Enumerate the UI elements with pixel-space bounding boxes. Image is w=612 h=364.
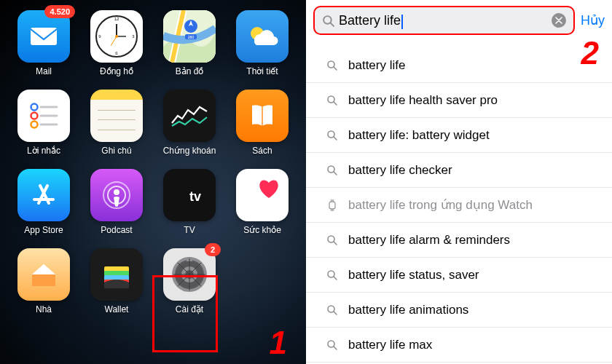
search-icon bbox=[326, 60, 338, 71]
app-label: Thời tiết bbox=[246, 66, 278, 76]
app-label: Đồng hồ bbox=[100, 66, 133, 76]
health-icon bbox=[236, 169, 289, 221]
weather-icon bbox=[236, 10, 289, 63]
tv-icon: tv bbox=[163, 169, 216, 221]
appstore-icon bbox=[17, 169, 70, 221]
home-icon bbox=[17, 248, 70, 301]
search-field[interactable] bbox=[313, 6, 575, 35]
close-icon bbox=[555, 17, 562, 24]
app-books[interactable]: Sách bbox=[230, 90, 295, 156]
suggestion-text: battery life max bbox=[348, 338, 432, 352]
maps-icon: 280 bbox=[163, 10, 216, 63]
app-label: Sách bbox=[252, 146, 272, 156]
svg-point-16 bbox=[31, 113, 38, 119]
search-icon bbox=[326, 304, 338, 316]
badge-settings: 2 bbox=[205, 243, 221, 256]
home-screen: 4.520 Mail 12369 Đồng hồ 280 Bản đồ Thời… bbox=[0, 0, 306, 364]
search-icon bbox=[326, 339, 338, 351]
svg-text:12: 12 bbox=[114, 17, 119, 21]
suggestion-row[interactable]: battery life trong ứng dụng Watch bbox=[306, 188, 612, 223]
suggestions-list: battery lifebattery life health saver pr… bbox=[306, 41, 612, 363]
search-icon bbox=[326, 234, 338, 246]
suggestion-text: battery life checker bbox=[348, 163, 452, 178]
app-weather[interactable]: Thời tiết bbox=[230, 10, 295, 76]
text-cursor bbox=[401, 15, 403, 29]
search-icon bbox=[326, 165, 338, 176]
svg-point-27 bbox=[114, 189, 119, 195]
cancel-button[interactable]: Hủy bbox=[579, 12, 606, 28]
svg-point-9 bbox=[115, 35, 118, 38]
app-label: Cài đặt bbox=[176, 304, 203, 314]
app-label: Wallet bbox=[105, 304, 129, 314]
svg-line-61 bbox=[334, 312, 337, 314]
search-icon bbox=[326, 269, 338, 281]
search-bar-row: Hủy bbox=[306, 6, 612, 41]
app-clock[interactable]: 12369 Đồng hồ bbox=[84, 10, 149, 76]
suggestion-row[interactable]: battery life health saver pro bbox=[306, 83, 612, 118]
svg-line-46 bbox=[334, 67, 337, 70]
svg-point-15 bbox=[31, 104, 38, 111]
suggestion-row[interactable]: battery life max bbox=[306, 328, 612, 363]
search-icon bbox=[326, 95, 338, 106]
svg-line-44 bbox=[331, 23, 334, 25]
badge-mail: 4.520 bbox=[44, 5, 75, 18]
app-wallet[interactable]: Wallet bbox=[84, 248, 149, 314]
svg-rect-0 bbox=[31, 28, 57, 45]
svg-text:280: 280 bbox=[188, 35, 195, 39]
suggestion-text: battery life trong ứng dụng Watch bbox=[348, 197, 533, 213]
wallet-icon bbox=[90, 248, 143, 301]
app-settings[interactable]: 2 Cài đặt bbox=[157, 248, 222, 314]
settings-icon: 2 bbox=[163, 248, 216, 301]
app-health[interactable]: Sức khỏe bbox=[230, 169, 295, 235]
app-label: Bản đồ bbox=[176, 66, 204, 76]
suggestion-row[interactable]: battery life animations bbox=[306, 293, 612, 328]
app-notes[interactable]: Ghi chú bbox=[84, 90, 149, 156]
suggestion-row[interactable]: battery life: battery widget bbox=[306, 118, 612, 153]
svg-rect-29 bbox=[32, 274, 55, 286]
suggestion-row[interactable]: battery life status, saver bbox=[306, 258, 612, 293]
app-label: Ghi chú bbox=[101, 146, 131, 156]
suggestion-row[interactable]: battery life bbox=[306, 48, 612, 83]
app-podcast[interactable]: Podcast bbox=[84, 169, 149, 235]
app-home[interactable]: Nhà bbox=[11, 248, 76, 314]
svg-rect-54 bbox=[331, 199, 334, 202]
reminders-icon bbox=[17, 90, 70, 142]
app-appstore[interactable]: App Store bbox=[11, 169, 76, 235]
search-icon bbox=[326, 130, 338, 141]
clock-icon: 12369 bbox=[90, 10, 143, 63]
clear-search-button[interactable] bbox=[552, 13, 566, 28]
suggestion-text: battery life alarm & reminders bbox=[348, 233, 510, 248]
suggestion-text: battery life status, saver bbox=[348, 268, 479, 282]
app-label: Sức khỏe bbox=[243, 225, 281, 235]
suggestion-row[interactable]: battery life checker bbox=[306, 153, 612, 188]
podcast-icon bbox=[90, 169, 143, 221]
app-label: Nhà bbox=[36, 304, 52, 314]
app-mail[interactable]: 4.520 Mail bbox=[11, 10, 76, 76]
mail-icon: 4.520 bbox=[17, 10, 70, 63]
app-label: Chứng khoán bbox=[163, 146, 216, 156]
app-label: Mail bbox=[36, 66, 52, 76]
suggestion-text: battery life: battery widget bbox=[348, 128, 490, 143]
watch-icon bbox=[326, 199, 338, 211]
notes-icon bbox=[90, 90, 143, 142]
stocks-icon bbox=[163, 90, 216, 142]
app-grid: 4.520 Mail 12369 Đồng hồ 280 Bản đồ Thời… bbox=[11, 10, 295, 314]
app-tv[interactable]: tv TV bbox=[157, 169, 222, 235]
search-icon bbox=[322, 15, 334, 27]
app-label: Podcast bbox=[101, 225, 132, 235]
svg-point-17 bbox=[31, 122, 38, 128]
search-input[interactable] bbox=[339, 13, 547, 28]
app-stocks[interactable]: Chứng khoán bbox=[157, 90, 222, 156]
step-number-1: 1 bbox=[270, 325, 287, 361]
suggestion-row[interactable]: battery life alarm & reminders bbox=[306, 223, 612, 258]
suggestion-text: battery life animations bbox=[348, 303, 468, 317]
app-reminders[interactable]: Lời nhắc bbox=[11, 90, 76, 156]
app-label: TV bbox=[184, 225, 195, 235]
app-maps[interactable]: 280 Bản đồ bbox=[157, 10, 222, 76]
books-icon bbox=[236, 90, 289, 142]
svg-line-59 bbox=[334, 277, 337, 280]
svg-rect-55 bbox=[331, 208, 334, 210]
svg-line-50 bbox=[334, 137, 337, 140]
svg-line-57 bbox=[334, 242, 337, 245]
svg-rect-53 bbox=[329, 202, 335, 209]
